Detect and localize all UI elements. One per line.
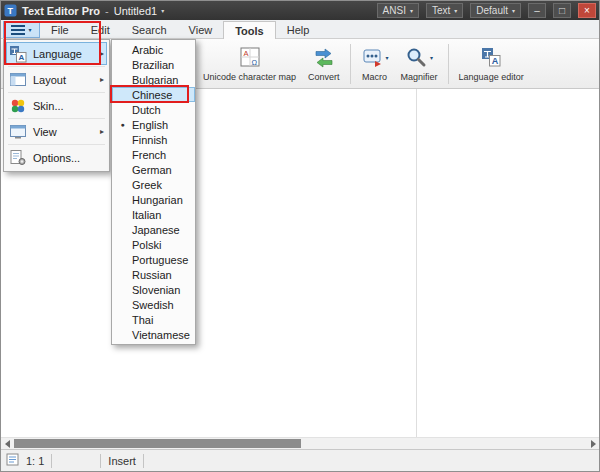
unicode-character-map-button[interactable]: AΩ Unicode character map xyxy=(198,41,301,87)
scroll-right-icon[interactable] xyxy=(587,438,599,449)
language-editor-icon: A xyxy=(480,46,502,70)
tab-tools[interactable]: Tools xyxy=(223,21,276,39)
language-option-chinese[interactable]: Chinese xyxy=(112,87,195,102)
menu-item-view[interactable]: View ▸ xyxy=(6,120,107,143)
language-option-label: Portuguese xyxy=(132,254,188,266)
language-option-hungarian[interactable]: Hungarian xyxy=(112,192,195,207)
menu-separator xyxy=(8,92,105,93)
language-option-slovenian[interactable]: Slovenian xyxy=(112,282,195,297)
convert-icon xyxy=(313,46,335,70)
menu-item-skin[interactable]: Skin... xyxy=(6,94,107,117)
chevron-down-icon: ▾ xyxy=(28,27,31,33)
svg-text:A: A xyxy=(19,53,25,62)
language-option-label: Japanese xyxy=(132,224,180,236)
language-option-italian[interactable]: Italian xyxy=(112,207,195,222)
language-icon: A xyxy=(9,45,27,63)
language-option-label: Italian xyxy=(132,209,161,221)
language-option-thai[interactable]: Thai xyxy=(112,312,195,327)
magnifier-icon xyxy=(405,46,427,70)
chevron-down-icon[interactable]: ▾ xyxy=(386,55,389,61)
radio-selected-icon: ● xyxy=(116,121,129,128)
menu-item-options[interactable]: Options... xyxy=(6,146,107,169)
menu-item-label: Skin... xyxy=(33,100,64,112)
language-option-swedish[interactable]: Swedish xyxy=(112,297,195,312)
language-option-label: Finnish xyxy=(132,134,167,146)
tab-edit[interactable]: Edit xyxy=(80,21,121,38)
language-editor-button[interactable]: A Language editor xyxy=(454,41,529,87)
language-option-german[interactable]: German xyxy=(112,162,195,177)
svg-text:Ω: Ω xyxy=(251,58,257,67)
tool-label: Convert xyxy=(308,72,340,82)
language-option-label: Thai xyxy=(132,314,153,326)
language-option-finnish[interactable]: Finnish xyxy=(112,132,195,147)
language-option-label: Vietnamese xyxy=(132,329,190,341)
language-option-arabic[interactable]: Arabic xyxy=(112,42,195,57)
encoding-dropdown[interactable]: ANSI ▾ xyxy=(377,3,419,18)
file-type-dropdown[interactable]: Text ▾ xyxy=(426,3,463,18)
language-option-french[interactable]: French xyxy=(112,147,195,162)
magnifier-button[interactable]: ▾ Magnifier xyxy=(396,41,443,87)
language-option-english[interactable]: ●English xyxy=(112,117,195,132)
chevron-down-icon: ▾ xyxy=(512,8,515,14)
language-option-label: Brazilian xyxy=(132,59,174,71)
horizontal-scrollbar[interactable] xyxy=(1,437,599,449)
theme-label: Default xyxy=(476,5,508,16)
statusbar-separator xyxy=(100,454,101,468)
document-name-dropdown[interactable]: Untitled1 ▾ xyxy=(114,5,164,17)
language-option-label: Dutch xyxy=(132,104,161,116)
scrollbar-thumb[interactable] xyxy=(14,439,301,448)
language-option-label: Russian xyxy=(132,269,172,281)
language-option-russian[interactable]: Russian xyxy=(112,267,195,282)
chevron-down-icon: ▾ xyxy=(454,8,457,14)
app-window: T Text Editor Pro - Untitled1 ▾ ANSI ▾ T… xyxy=(0,0,600,472)
language-option-dutch[interactable]: Dutch xyxy=(112,102,195,117)
minimize-button[interactable]: – xyxy=(528,3,546,18)
app-title: Text Editor Pro xyxy=(22,5,100,17)
language-option-japanese[interactable]: Japanese xyxy=(112,222,195,237)
submenu-arrow-icon: ▸ xyxy=(100,127,104,136)
submenu-arrow-icon: ▸ xyxy=(100,75,104,84)
main-menu-button[interactable]: ▾ xyxy=(3,21,40,38)
insert-mode-indicator[interactable]: Insert xyxy=(108,455,136,467)
toolbar-separator xyxy=(350,44,351,84)
app-icon: T xyxy=(4,4,17,17)
caret-position: 1: 1 xyxy=(26,455,44,467)
language-option-bulgarian[interactable]: Bulgarian xyxy=(112,72,195,87)
layout-icon xyxy=(9,71,27,89)
chevron-down-icon[interactable]: ▾ xyxy=(430,55,433,61)
document-name: Untitled1 xyxy=(114,5,157,17)
scroll-left-icon[interactable] xyxy=(1,438,13,449)
tab-view[interactable]: View xyxy=(178,21,224,38)
titlebar: T Text Editor Pro - Untitled1 ▾ ANSI ▾ T… xyxy=(1,1,599,20)
menu-item-label: Options... xyxy=(33,152,80,164)
tab-search[interactable]: Search xyxy=(121,21,178,38)
language-option-greek[interactable]: Greek xyxy=(112,177,195,192)
convert-button[interactable]: Convert xyxy=(303,41,345,87)
status-bar: 1: 1 Insert xyxy=(1,449,599,471)
menu-item-layout[interactable]: Layout ▸ xyxy=(6,68,107,91)
menu-item-label: Layout xyxy=(33,74,66,86)
language-option-polski[interactable]: Polski xyxy=(112,237,195,252)
svg-text:A: A xyxy=(492,56,499,66)
ribbon-tab-bar: ▾ File Edit Search View Tools Help xyxy=(1,20,599,39)
close-button[interactable]: × xyxy=(578,3,596,18)
language-option-portuguese[interactable]: Portuguese xyxy=(112,252,195,267)
language-option-label: Swedish xyxy=(132,299,174,311)
menu-item-language[interactable]: A Language ▸ xyxy=(6,42,107,65)
theme-dropdown[interactable]: Default ▾ xyxy=(470,3,521,18)
tab-file[interactable]: File xyxy=(40,21,80,38)
encoding-label: ANSI xyxy=(383,5,406,16)
language-option-brazilian[interactable]: Brazilian xyxy=(112,57,195,72)
tool-label: Macro xyxy=(362,72,387,82)
file-type-label: Text xyxy=(432,5,450,16)
language-option-label: Slovenian xyxy=(132,284,180,296)
macro-button[interactable]: ▾ Macro xyxy=(356,41,394,87)
tab-help[interactable]: Help xyxy=(276,21,321,38)
language-option-vietnamese[interactable]: Vietnamese xyxy=(112,327,195,342)
menu-separator xyxy=(8,118,105,119)
hamburger-icon xyxy=(11,25,25,35)
statusbar-separator xyxy=(143,454,144,468)
skin-palette-icon xyxy=(9,97,27,115)
view-icon xyxy=(9,123,27,141)
maximize-button[interactable]: □ xyxy=(553,3,571,18)
